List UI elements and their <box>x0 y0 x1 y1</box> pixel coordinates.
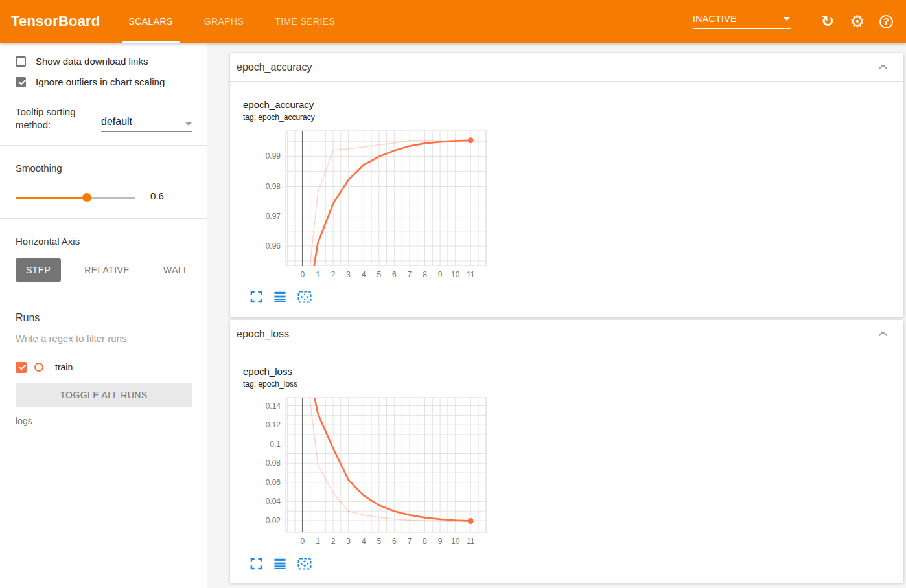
reload-status-dropdown[interactable]: INACTIVE <box>693 14 791 29</box>
card-title: epoch_loss <box>237 328 289 340</box>
svg-text:1: 1 <box>316 270 320 279</box>
svg-text:1: 1 <box>316 537 320 546</box>
svg-text:8: 8 <box>423 270 427 279</box>
horizontal-axis-label: Horizontal Axis <box>16 236 192 247</box>
reload-status-value: INACTIVE <box>693 14 737 24</box>
ignore-outliers-checkbox[interactable] <box>16 77 26 87</box>
chart-title: epoch_loss <box>243 366 903 377</box>
show-download-links-checkbox[interactable] <box>16 56 26 67</box>
svg-text:10: 10 <box>451 537 460 546</box>
svg-text:5: 5 <box>377 537 381 546</box>
svg-text:0.02: 0.02 <box>266 516 281 525</box>
svg-text:4: 4 <box>362 270 366 279</box>
tooltip-sorting-dropdown[interactable]: default <box>101 106 192 132</box>
horizontal-axis-section: Horizontal Axis STEP RELATIVE WALL <box>0 219 207 295</box>
svg-text:3: 3 <box>346 270 351 279</box>
smoothing-label: Smoothing <box>16 163 192 174</box>
chevron-down-icon <box>185 122 192 126</box>
svg-text:0.08: 0.08 <box>266 458 281 468</box>
svg-text:0.04: 0.04 <box>266 497 281 506</box>
scalar-chart-epoch-accuracy[interactable]: 0.960.970.980.9901234567891011 <box>243 128 491 289</box>
runs-heading: Runs <box>16 312 192 324</box>
ignore-outliers-label: Ignore outliers in chart scaling <box>36 76 165 87</box>
chevron-up-icon <box>878 64 888 70</box>
gear-icon[interactable]: ⚙ <box>850 14 865 29</box>
svg-text:9: 9 <box>438 537 443 546</box>
card-epoch-accuracy: epoch_accuracy epoch_accuracy tag: epoch… <box>230 53 903 317</box>
tab-graphs[interactable]: GRAPHS <box>198 0 251 43</box>
run-row-train[interactable]: train <box>16 362 192 373</box>
tab-time-series[interactable]: TIME SERIES <box>268 0 342 43</box>
axis-relative-button[interactable]: RELATIVE <box>74 258 140 282</box>
log-scale-icon[interactable] <box>273 291 286 303</box>
chart-tag: tag: epoch_loss <box>243 379 903 389</box>
slider-thumb[interactable] <box>82 193 91 202</box>
toggle-all-runs-button[interactable]: TOGGLE ALL RUNS <box>16 383 192 407</box>
smoothing-value-input[interactable] <box>149 190 192 205</box>
runs-section: Runs train TOGGLE ALL RUNS logs <box>0 295 207 439</box>
svg-text:0: 0 <box>301 537 305 546</box>
run-train-checkbox[interactable] <box>16 362 27 373</box>
axis-wall-button[interactable]: WALL <box>153 258 199 282</box>
refresh-icon[interactable]: ↻ <box>820 14 835 29</box>
svg-text:0.14: 0.14 <box>266 401 281 411</box>
app-header: TensorBoard SCALARS GRAPHS TIME SERIES I… <box>0 0 906 43</box>
chart-actions <box>243 291 903 303</box>
sidebar: Show data download links Ignore outliers… <box>0 43 207 588</box>
svg-text:7: 7 <box>408 270 412 279</box>
svg-text:0.99: 0.99 <box>266 152 281 161</box>
fullscreen-icon[interactable] <box>250 291 262 303</box>
chevron-down-icon <box>784 17 790 21</box>
general-options-section: Show data download links Ignore outliers… <box>0 43 207 145</box>
log-scale-icon[interactable] <box>273 558 286 570</box>
card-header: epoch_accuracy <box>230 53 903 82</box>
tab-scalars[interactable]: SCALARS <box>122 0 179 43</box>
help-icon[interactable]: ? <box>879 15 893 28</box>
svg-text:2: 2 <box>331 270 336 279</box>
svg-text:7: 7 <box>408 537 412 546</box>
fit-domain-icon[interactable] <box>297 291 312 303</box>
runs-filter-input[interactable] <box>16 326 192 350</box>
app-logo: TensorBoard <box>11 13 100 30</box>
collapse-card-button[interactable] <box>878 331 888 337</box>
svg-text:11: 11 <box>467 537 475 546</box>
run-color-swatch <box>34 363 43 372</box>
tooltip-sorting-label: Tooltip sorting method: <box>16 106 93 132</box>
svg-text:0.98: 0.98 <box>266 182 281 191</box>
fullscreen-icon[interactable] <box>250 558 262 570</box>
dashboard-content: epoch_accuracy epoch_accuracy tag: epoch… <box>207 43 906 588</box>
svg-text:6: 6 <box>392 270 397 279</box>
show-download-links-row[interactable]: Show data download links <box>16 56 192 67</box>
collapse-card-button[interactable] <box>878 64 888 70</box>
logdir-label: logs <box>16 416 192 426</box>
svg-text:2: 2 <box>331 537 336 546</box>
tooltip-sorting-value: default <box>101 116 132 128</box>
scalar-chart-epoch-loss[interactable]: 0.020.040.060.080.10.120.140123456789101… <box>243 394 491 556</box>
chart-title: epoch_accuracy <box>243 99 903 110</box>
svg-text:0.1: 0.1 <box>270 440 281 449</box>
chevron-up-icon <box>878 331 888 337</box>
chart-actions <box>243 558 903 570</box>
svg-text:11: 11 <box>467 270 475 279</box>
svg-text:0.97: 0.97 <box>266 212 281 221</box>
show-download-links-label: Show data download links <box>36 56 148 67</box>
tab-bar: SCALARS GRAPHS TIME SERIES <box>113 0 351 43</box>
smoothing-slider[interactable] <box>16 193 135 202</box>
chart-tag: tag: epoch_accuracy <box>243 113 903 122</box>
svg-text:4: 4 <box>362 537 366 546</box>
ignore-outliers-row[interactable]: Ignore outliers in chart scaling <box>16 76 192 87</box>
fit-domain-icon[interactable] <box>297 558 312 570</box>
tooltip-sorting-row: Tooltip sorting method: default <box>16 106 192 132</box>
header-actions: INACTIVE ↻ ⚙ ? <box>693 14 893 29</box>
svg-text:0.96: 0.96 <box>266 242 281 251</box>
svg-text:3: 3 <box>346 537 351 546</box>
svg-text:5: 5 <box>377 270 381 279</box>
svg-text:9: 9 <box>438 270 443 279</box>
smoothing-section: Smoothing <box>0 146 207 218</box>
run-train-label: train <box>55 362 73 372</box>
card-header: epoch_loss <box>230 320 903 348</box>
svg-text:0.06: 0.06 <box>266 478 281 487</box>
svg-text:0: 0 <box>301 270 305 279</box>
card-epoch-loss: epoch_loss epoch_loss tag: epoch_loss 0.… <box>230 320 903 583</box>
axis-step-button[interactable]: STEP <box>16 258 61 282</box>
